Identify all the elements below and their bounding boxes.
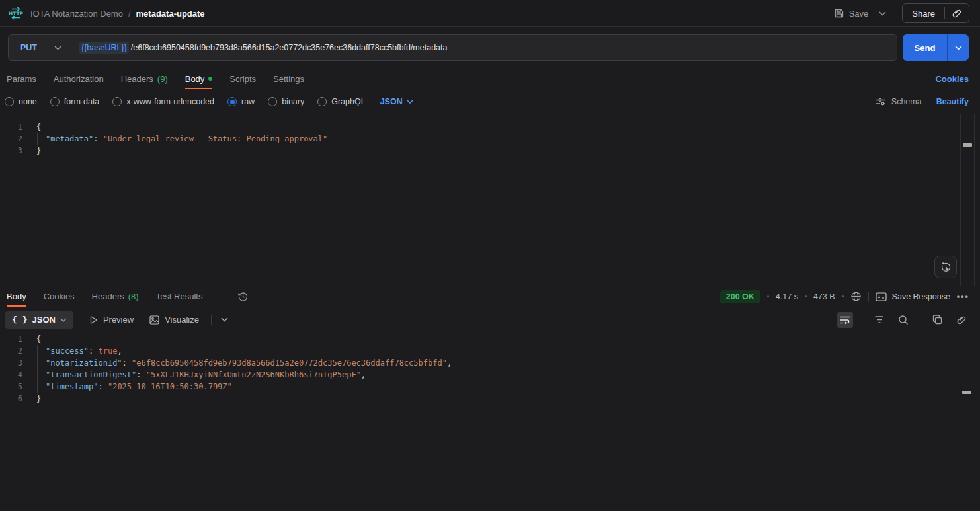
tab-params[interactable]: Params xyxy=(7,69,36,89)
url-path: /e6f8ccb6950458fd9eb793d8a566d15a2e0772d… xyxy=(131,43,448,52)
scrollbar-thumb[interactable] xyxy=(963,143,972,147)
mode-none-label: none xyxy=(19,97,37,106)
request-tabs: Params Authorization Headers (9) Body Sc… xyxy=(0,69,980,89)
response-history-icon[interactable] xyxy=(237,291,249,302)
response-tab-headers[interactable]: Headers (8) xyxy=(92,286,139,307)
response-tab-headers-label: Headers xyxy=(92,292,124,301)
code-line: 4"transactionDigest": "5xXLJ1KHJxyiNNfxU… xyxy=(0,369,960,381)
visualize-button[interactable]: Visualize xyxy=(149,315,199,325)
language-selector[interactable]: JSON xyxy=(380,97,413,106)
url-divider xyxy=(71,40,71,56)
send-options-chevron-icon[interactable] xyxy=(947,34,969,61)
mode-graphql[interactable]: GraphQL xyxy=(317,97,365,106)
response-size[interactable]: 473 B xyxy=(813,292,835,301)
line-number: 3 xyxy=(0,357,22,369)
breadcrumb: IOTA Notarization Demo / metadata-update xyxy=(30,9,205,19)
toolbar-divider xyxy=(862,315,862,325)
response-tab-cookies[interactable]: Cookies xyxy=(44,286,75,307)
preview-button[interactable]: Preview xyxy=(89,315,134,325)
http-request-icon: HTTP xyxy=(8,5,24,21)
request-url-row: PUT {{baseURL}} /e6f8ccb6950458fd9eb793d… xyxy=(8,34,969,61)
request-body-editor[interactable]: 1{2"metadata": "Under legal review - Sta… xyxy=(0,115,960,286)
tab-body[interactable]: Body xyxy=(185,69,213,89)
image-icon xyxy=(149,315,159,325)
response-tabs: Body Cookies Headers (8) Test Results 20… xyxy=(0,286,980,307)
radio-icon xyxy=(5,97,14,106)
cookies-link[interactable]: Cookies xyxy=(935,74,969,84)
code-line: 2"metadata": "Under legal review - Statu… xyxy=(0,133,960,145)
indent-guide xyxy=(37,369,38,381)
search-icon[interactable] xyxy=(895,312,911,328)
line-number: 2 xyxy=(0,345,22,357)
schema-button[interactable]: Schema xyxy=(876,97,922,106)
url-input[interactable]: {{baseURL}} /e6f8ccb6950458fd9eb793d8a56… xyxy=(79,42,448,54)
request-editor-scrollbar[interactable] xyxy=(960,114,973,286)
filter-icon[interactable] xyxy=(871,312,887,328)
line-number: 1 xyxy=(0,121,22,133)
tab-headers[interactable]: Headers (9) xyxy=(121,69,168,89)
tab-body-label: Body xyxy=(185,74,205,84)
header-actions: Save Share xyxy=(834,3,969,23)
mode-raw-label: raw xyxy=(241,97,255,106)
save-button-label: Save xyxy=(849,9,869,19)
format-chevron-icon xyxy=(60,318,67,322)
mode-form-data-label: form-data xyxy=(64,97,100,106)
meta-separator-dot xyxy=(805,295,807,297)
code-line: 2"success": true, xyxy=(0,345,960,357)
method-selector[interactable]: PUT xyxy=(9,43,71,52)
app-window: HTTP IOTA Notarization Demo / metadata-u… xyxy=(0,0,980,511)
code-line: 3} xyxy=(0,145,960,157)
network-globe-icon[interactable] xyxy=(850,291,862,302)
mode-none[interactable]: none xyxy=(5,97,37,106)
tab-authorization[interactable]: Authorization xyxy=(54,69,104,89)
response-body-editor[interactable]: 1{2"success": true,3"notarizationId": "e… xyxy=(0,333,960,511)
code-line: 3"notarizationId": "e6f8ccb6950458fd9eb7… xyxy=(0,357,960,369)
share-button[interactable]: Share xyxy=(903,9,944,19)
meta-separator-dot xyxy=(767,295,769,297)
response-tab-headers-count: (8) xyxy=(128,292,139,301)
response-meta: 200 OK 4.17 s 473 B Save Response xyxy=(720,290,969,303)
indent-guide xyxy=(37,381,38,393)
postbot-button[interactable] xyxy=(934,256,957,278)
view-options-chevron-icon[interactable] xyxy=(221,317,228,322)
tab-scripts[interactable]: Scripts xyxy=(229,69,256,89)
toolbar-divider xyxy=(920,315,920,325)
url-variable-chip: {{baseURL}} xyxy=(79,42,129,54)
play-icon xyxy=(89,315,98,325)
scrollbar-thumb[interactable] xyxy=(962,391,971,394)
response-more-button[interactable]: ••• xyxy=(957,292,969,301)
response-editor-scrollbar[interactable] xyxy=(960,334,973,511)
share-button-group: Share xyxy=(902,3,969,23)
copy-link-button[interactable] xyxy=(945,8,969,19)
mode-binary-label: binary xyxy=(282,97,304,106)
response-format-label: JSON xyxy=(32,315,55,325)
response-time[interactable]: 4.17 s xyxy=(776,292,798,301)
indent-guide xyxy=(37,133,38,145)
link-icon[interactable] xyxy=(954,312,969,328)
breadcrumb-request-name[interactable]: metadata-update xyxy=(136,9,205,19)
mode-raw[interactable]: raw xyxy=(227,97,255,106)
body-mode-row: none form-data x-www-form-urlencoded raw… xyxy=(0,93,980,111)
save-button[interactable]: Save xyxy=(834,8,869,19)
mode-x-www-form-urlencoded[interactable]: x-www-form-urlencoded xyxy=(112,97,214,106)
save-options-chevron-icon[interactable] xyxy=(875,9,890,19)
response-tab-test-results[interactable]: Test Results xyxy=(156,286,203,307)
beautify-button[interactable]: Beautify xyxy=(936,97,969,106)
save-response-button[interactable]: Save Response xyxy=(876,292,950,301)
copy-icon[interactable] xyxy=(929,312,945,328)
tab-headers-label: Headers xyxy=(121,74,153,84)
breadcrumb-collection[interactable]: IOTA Notarization Demo xyxy=(30,9,123,19)
mode-binary[interactable]: binary xyxy=(268,97,304,106)
wrap-text-button[interactable] xyxy=(837,312,853,328)
status-badge[interactable]: 200 OK xyxy=(720,290,760,303)
response-tab-body[interactable]: Body xyxy=(7,286,26,307)
tab-headers-count: (9) xyxy=(157,74,168,84)
indent-guide xyxy=(37,357,38,369)
mode-form-data[interactable]: form-data xyxy=(50,97,100,106)
tab-settings[interactable]: Settings xyxy=(273,69,304,89)
line-number: 5 xyxy=(0,381,22,393)
send-button[interactable]: Send xyxy=(903,34,947,61)
radio-icon xyxy=(317,97,327,106)
preview-label: Preview xyxy=(103,315,134,325)
response-format-selector[interactable]: { } JSON xyxy=(5,311,73,329)
